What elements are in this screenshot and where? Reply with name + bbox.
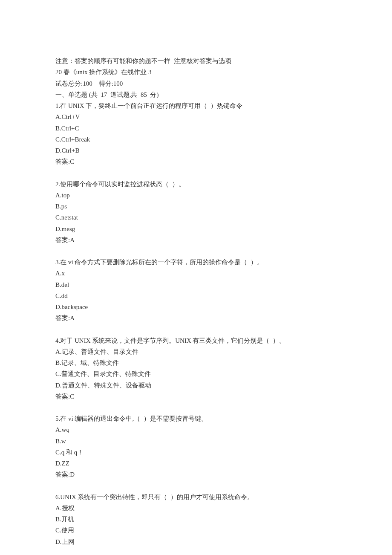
question-option: C.Ctrl+Break — [55, 134, 337, 145]
question-option: C.使用 — [55, 525, 337, 536]
question-stem: 3.在 vi 命令方式下要删除光标所在的一个字符，所用的操作命令是（ ）。 — [55, 257, 337, 268]
question-option: C.netstat — [55, 212, 337, 223]
question-option: D.ZZ — [55, 458, 337, 469]
question-option: C.普通文件、目录文件、特殊文件 — [55, 368, 337, 379]
question-answer: 答案:A — [55, 234, 337, 246]
question-option: D.普通文件、特殊文件、设备驱动 — [55, 380, 337, 391]
question-option: D.Ctrl+B — [55, 145, 337, 156]
question-block: 6.UNIX 系统有一个突出特性，即只有（ ）的用户才可使用系统命令。 A.授权… — [55, 491, 337, 547]
question-option: D.上网 — [55, 536, 337, 547]
question-stem: 6.UNIX 系统有一个突出特性，即只有（ ）的用户才可使用系统命令。 — [55, 491, 337, 503]
question-answer: 答案:C — [55, 156, 337, 167]
question-option: D.backspace — [55, 301, 337, 312]
question-block: 1.在 UNIX 下，要终止一个前台正在运行的程序可用（ ）热键命令 A.Ctr… — [55, 100, 337, 168]
question-stem: 1.在 UNIX 下，要终止一个前台正在运行的程序可用（ ）热键命令 — [55, 100, 337, 111]
question-option: B.w — [55, 436, 337, 447]
document-header: 注意：答案的顺序有可能和你的题不一样 注意核对答案与选项 20 春《unix 操… — [55, 55, 337, 168]
question-option: B.Ctrl+C — [55, 123, 337, 134]
question-block: 5.在 vi 编辑器的退出命令中,（ ）是不需要按冒号键。 A.wq B.w C… — [55, 413, 337, 480]
score-line: 试卷总分:100 得分:100 — [55, 78, 337, 89]
question-stem: 5.在 vi 编辑器的退出命令中,（ ）是不需要按冒号键。 — [55, 413, 337, 424]
question-option: C.q 和 q！ — [55, 447, 337, 458]
question-option: A.wq — [55, 424, 337, 435]
question-option: B.ps — [55, 201, 337, 212]
question-block: 4.对于 UNIX 系统来说，文件是字节序列。UNIX 有三类文件，它们分别是（… — [55, 335, 337, 402]
question-block: 2.使用哪个命令可以实时监控进程状态（ ）。 A.top B.ps C.nets… — [55, 179, 337, 246]
question-option: A.top — [55, 190, 337, 201]
question-answer: 答案:C — [55, 391, 337, 402]
question-option: A.授权 — [55, 503, 337, 514]
question-option: A.Ctrl+V — [55, 111, 337, 122]
assignment-title: 20 春《unix 操作系统》在线作业 3 — [55, 66, 337, 78]
notice-line: 注意：答案的顺序有可能和你的题不一样 注意核对答案与选项 — [55, 55, 337, 66]
question-block: 3.在 vi 命令方式下要删除光标所在的一个字符，所用的操作命令是（ ）。 A.… — [55, 257, 337, 324]
question-option: C.dd — [55, 290, 337, 301]
question-option: A.x — [55, 268, 337, 279]
question-option: B.开机 — [55, 514, 337, 525]
question-answer: 答案:D — [55, 469, 337, 480]
question-stem: 4.对于 UNIX 系统来说，文件是字节序列。UNIX 有三类文件，它们分别是（… — [55, 335, 337, 346]
section-header: 一、单选题 (共 17 道试题,共 85 分) — [55, 89, 337, 100]
question-option: A.记录、普通文件、目录文件 — [55, 346, 337, 357]
question-option: B.记录、域、特殊文件 — [55, 357, 337, 368]
question-option: D.mesg — [55, 223, 337, 234]
question-stem: 2.使用哪个命令可以实时监控进程状态（ ）。 — [55, 179, 337, 190]
question-option: B.del — [55, 279, 337, 290]
question-answer: 答案:A — [55, 312, 337, 324]
